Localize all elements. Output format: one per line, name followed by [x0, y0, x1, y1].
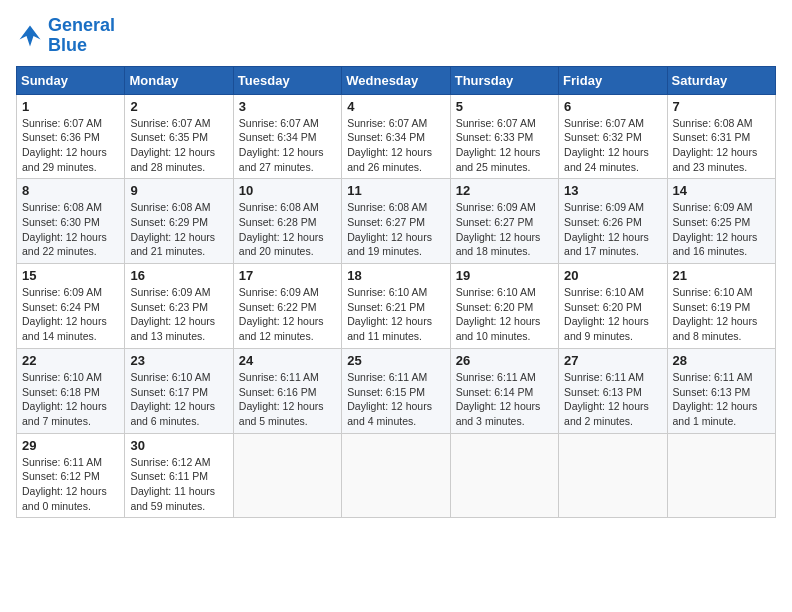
day-number: 10: [239, 183, 336, 198]
calendar-weekday-thursday: Thursday: [450, 66, 558, 94]
day-number: 6: [564, 99, 661, 114]
day-number: 9: [130, 183, 227, 198]
day-number: 11: [347, 183, 444, 198]
calendar-cell: 7Sunrise: 6:08 AM Sunset: 6:31 PM Daylig…: [667, 94, 775, 179]
calendar-week-row: 1Sunrise: 6:07 AM Sunset: 6:36 PM Daylig…: [17, 94, 776, 179]
calendar-cell: [559, 433, 667, 518]
calendar-weekday-saturday: Saturday: [667, 66, 775, 94]
calendar-weekday-tuesday: Tuesday: [233, 66, 341, 94]
day-number: 23: [130, 353, 227, 368]
calendar-cell: 22Sunrise: 6:10 AM Sunset: 6:18 PM Dayli…: [17, 348, 125, 433]
calendar-cell: 8Sunrise: 6:08 AM Sunset: 6:30 PM Daylig…: [17, 179, 125, 264]
calendar-cell: 1Sunrise: 6:07 AM Sunset: 6:36 PM Daylig…: [17, 94, 125, 179]
calendar-week-row: 8Sunrise: 6:08 AM Sunset: 6:30 PM Daylig…: [17, 179, 776, 264]
day-info: Sunrise: 6:07 AM Sunset: 6:34 PM Dayligh…: [347, 116, 444, 175]
day-number: 2: [130, 99, 227, 114]
day-number: 13: [564, 183, 661, 198]
calendar-cell: 3Sunrise: 6:07 AM Sunset: 6:34 PM Daylig…: [233, 94, 341, 179]
day-number: 24: [239, 353, 336, 368]
day-info: Sunrise: 6:11 AM Sunset: 6:13 PM Dayligh…: [673, 370, 770, 429]
day-number: 8: [22, 183, 119, 198]
calendar-cell: 18Sunrise: 6:10 AM Sunset: 6:21 PM Dayli…: [342, 264, 450, 349]
day-info: Sunrise: 6:10 AM Sunset: 6:18 PM Dayligh…: [22, 370, 119, 429]
calendar-cell: [233, 433, 341, 518]
calendar-header-row: SundayMondayTuesdayWednesdayThursdayFrid…: [17, 66, 776, 94]
day-info: Sunrise: 6:11 AM Sunset: 6:14 PM Dayligh…: [456, 370, 553, 429]
calendar-cell: 24Sunrise: 6:11 AM Sunset: 6:16 PM Dayli…: [233, 348, 341, 433]
day-number: 15: [22, 268, 119, 283]
day-number: 26: [456, 353, 553, 368]
day-info: Sunrise: 6:09 AM Sunset: 6:27 PM Dayligh…: [456, 200, 553, 259]
day-info: Sunrise: 6:08 AM Sunset: 6:27 PM Dayligh…: [347, 200, 444, 259]
day-info: Sunrise: 6:07 AM Sunset: 6:36 PM Dayligh…: [22, 116, 119, 175]
calendar-cell: 15Sunrise: 6:09 AM Sunset: 6:24 PM Dayli…: [17, 264, 125, 349]
logo-text: General Blue: [48, 16, 115, 56]
day-info: Sunrise: 6:07 AM Sunset: 6:34 PM Dayligh…: [239, 116, 336, 175]
day-number: 18: [347, 268, 444, 283]
calendar-cell: 28Sunrise: 6:11 AM Sunset: 6:13 PM Dayli…: [667, 348, 775, 433]
calendar-cell: 21Sunrise: 6:10 AM Sunset: 6:19 PM Dayli…: [667, 264, 775, 349]
calendar-weekday-monday: Monday: [125, 66, 233, 94]
day-number: 17: [239, 268, 336, 283]
day-info: Sunrise: 6:07 AM Sunset: 6:32 PM Dayligh…: [564, 116, 661, 175]
day-info: Sunrise: 6:10 AM Sunset: 6:21 PM Dayligh…: [347, 285, 444, 344]
day-number: 27: [564, 353, 661, 368]
calendar-cell: 11Sunrise: 6:08 AM Sunset: 6:27 PM Dayli…: [342, 179, 450, 264]
calendar-week-row: 29Sunrise: 6:11 AM Sunset: 6:12 PM Dayli…: [17, 433, 776, 518]
day-info: Sunrise: 6:11 AM Sunset: 6:16 PM Dayligh…: [239, 370, 336, 429]
day-info: Sunrise: 6:10 AM Sunset: 6:20 PM Dayligh…: [564, 285, 661, 344]
day-info: Sunrise: 6:07 AM Sunset: 6:33 PM Dayligh…: [456, 116, 553, 175]
day-number: 3: [239, 99, 336, 114]
logo: General Blue: [16, 16, 115, 56]
calendar-weekday-wednesday: Wednesday: [342, 66, 450, 94]
calendar-cell: 12Sunrise: 6:09 AM Sunset: 6:27 PM Dayli…: [450, 179, 558, 264]
day-number: 20: [564, 268, 661, 283]
page-header: General Blue: [16, 16, 776, 56]
day-number: 7: [673, 99, 770, 114]
calendar-cell: 25Sunrise: 6:11 AM Sunset: 6:15 PM Dayli…: [342, 348, 450, 433]
calendar-cell: 19Sunrise: 6:10 AM Sunset: 6:20 PM Dayli…: [450, 264, 558, 349]
day-number: 25: [347, 353, 444, 368]
day-info: Sunrise: 6:08 AM Sunset: 6:31 PM Dayligh…: [673, 116, 770, 175]
calendar-cell: 6Sunrise: 6:07 AM Sunset: 6:32 PM Daylig…: [559, 94, 667, 179]
calendar-cell: 30Sunrise: 6:12 AM Sunset: 6:11 PM Dayli…: [125, 433, 233, 518]
calendar-body: 1Sunrise: 6:07 AM Sunset: 6:36 PM Daylig…: [17, 94, 776, 518]
day-info: Sunrise: 6:07 AM Sunset: 6:35 PM Dayligh…: [130, 116, 227, 175]
day-info: Sunrise: 6:11 AM Sunset: 6:12 PM Dayligh…: [22, 455, 119, 514]
calendar-cell: 29Sunrise: 6:11 AM Sunset: 6:12 PM Dayli…: [17, 433, 125, 518]
day-info: Sunrise: 6:09 AM Sunset: 6:25 PM Dayligh…: [673, 200, 770, 259]
day-number: 21: [673, 268, 770, 283]
calendar-cell: 16Sunrise: 6:09 AM Sunset: 6:23 PM Dayli…: [125, 264, 233, 349]
day-number: 29: [22, 438, 119, 453]
calendar-table: SundayMondayTuesdayWednesdayThursdayFrid…: [16, 66, 776, 519]
calendar-cell: 20Sunrise: 6:10 AM Sunset: 6:20 PM Dayli…: [559, 264, 667, 349]
day-info: Sunrise: 6:09 AM Sunset: 6:22 PM Dayligh…: [239, 285, 336, 344]
calendar-cell: 4Sunrise: 6:07 AM Sunset: 6:34 PM Daylig…: [342, 94, 450, 179]
day-info: Sunrise: 6:08 AM Sunset: 6:30 PM Dayligh…: [22, 200, 119, 259]
day-number: 16: [130, 268, 227, 283]
day-number: 12: [456, 183, 553, 198]
calendar-cell: 2Sunrise: 6:07 AM Sunset: 6:35 PM Daylig…: [125, 94, 233, 179]
calendar-weekday-friday: Friday: [559, 66, 667, 94]
day-number: 1: [22, 99, 119, 114]
day-info: Sunrise: 6:08 AM Sunset: 6:28 PM Dayligh…: [239, 200, 336, 259]
logo-icon: [16, 22, 44, 50]
calendar-week-row: 15Sunrise: 6:09 AM Sunset: 6:24 PM Dayli…: [17, 264, 776, 349]
day-info: Sunrise: 6:10 AM Sunset: 6:17 PM Dayligh…: [130, 370, 227, 429]
day-number: 5: [456, 99, 553, 114]
day-info: Sunrise: 6:11 AM Sunset: 6:13 PM Dayligh…: [564, 370, 661, 429]
calendar-cell: 17Sunrise: 6:09 AM Sunset: 6:22 PM Dayli…: [233, 264, 341, 349]
calendar-cell: 5Sunrise: 6:07 AM Sunset: 6:33 PM Daylig…: [450, 94, 558, 179]
calendar-cell: 10Sunrise: 6:08 AM Sunset: 6:28 PM Dayli…: [233, 179, 341, 264]
day-info: Sunrise: 6:09 AM Sunset: 6:26 PM Dayligh…: [564, 200, 661, 259]
calendar-cell: [342, 433, 450, 518]
day-info: Sunrise: 6:11 AM Sunset: 6:15 PM Dayligh…: [347, 370, 444, 429]
day-info: Sunrise: 6:08 AM Sunset: 6:29 PM Dayligh…: [130, 200, 227, 259]
day-number: 19: [456, 268, 553, 283]
day-number: 30: [130, 438, 227, 453]
day-number: 28: [673, 353, 770, 368]
calendar-header: SundayMondayTuesdayWednesdayThursdayFrid…: [17, 66, 776, 94]
calendar-cell: 23Sunrise: 6:10 AM Sunset: 6:17 PM Dayli…: [125, 348, 233, 433]
svg-marker-0: [20, 25, 41, 46]
day-number: 4: [347, 99, 444, 114]
